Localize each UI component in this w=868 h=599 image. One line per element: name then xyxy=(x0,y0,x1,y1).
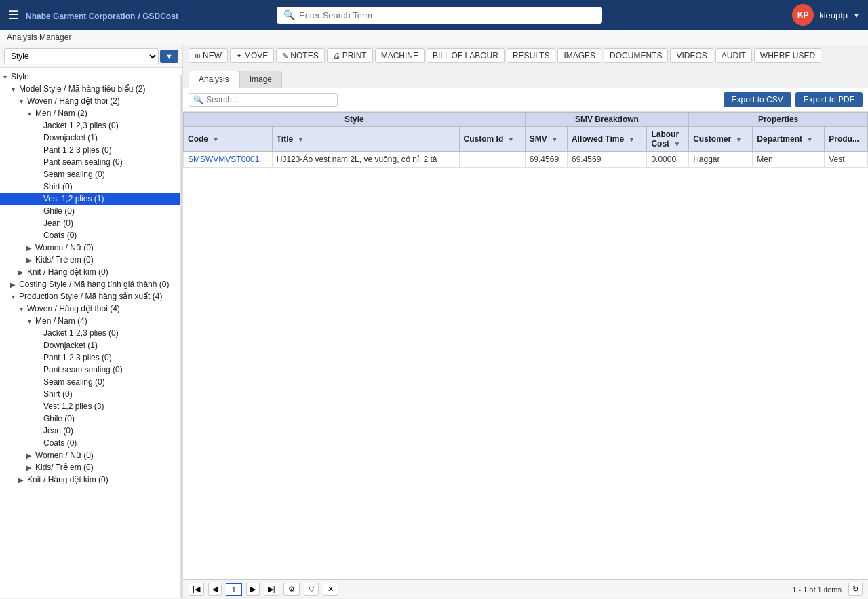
tree-toggle-icon[interactable]: ▶ xyxy=(24,244,34,252)
tree-node-label: Knit / Hàng dệt kim (0) xyxy=(26,475,108,484)
tree-toggle-icon[interactable]: ▶ xyxy=(24,464,34,471)
tab-image[interactable]: Image xyxy=(239,71,282,88)
tree-node-jacket-2[interactable]: Jacket 1,2,3 plies (0) xyxy=(0,327,182,339)
tree-node-jean-2[interactable]: Jean (0) xyxy=(0,425,182,437)
toolbar-btn-move[interactable]: ✦MOVE xyxy=(230,48,274,63)
tree-node-men-2[interactable]: ▾Men / Nam (4) xyxy=(0,315,182,327)
allowed-time-filter-icon[interactable]: ▼ xyxy=(628,136,635,143)
tree-node-seam-sealing-1[interactable]: Seam sealing (0) xyxy=(0,168,182,180)
toolbar-btn-documents[interactable]: DOCUMENTS xyxy=(604,48,668,63)
table-row[interactable]: SMSWVMVST0001HJ123-Áo vest nam 2L, ve vu… xyxy=(184,152,868,168)
current-page-number[interactable]: 1 xyxy=(226,583,242,596)
tree-node-vest-2[interactable]: Vest 1,2 plies (3) xyxy=(0,400,182,412)
tree-node-men-1[interactable]: ▾Men / Nam (2) xyxy=(0,107,182,119)
labour-cost-filter-icon[interactable]: ▼ xyxy=(673,140,680,148)
tree-toggle-icon[interactable]: ▶ xyxy=(8,281,18,288)
sidebar-dropdown-arrow[interactable]: ▼ xyxy=(160,50,178,63)
tree-node-style-root[interactable]: ▾Style xyxy=(0,71,182,83)
settings-button[interactable]: ⚙ xyxy=(283,583,300,596)
tab-label-image: Image xyxy=(250,75,272,84)
code-filter-icon[interactable]: ▼ xyxy=(212,136,219,143)
toolbar-btn-videos[interactable]: VIDEOS xyxy=(670,48,713,63)
table-search-input[interactable] xyxy=(206,95,333,104)
tree-node-shirt-1[interactable]: Shirt (0) xyxy=(0,180,182,193)
tree-node-kids-2[interactable]: ▶Kids/ Trẻ em (0) xyxy=(0,461,182,474)
tree-toggle-icon[interactable]: ▾ xyxy=(24,110,34,117)
toolbar-btn-label-new: NEW xyxy=(203,51,222,60)
tree-toggle-icon[interactable]: ▾ xyxy=(24,317,34,325)
tree-node-pant-seam-1[interactable]: Pant seam sealing (0) xyxy=(0,156,182,168)
prev-page-button[interactable]: ◀ xyxy=(208,583,222,596)
tree-node-production-style[interactable]: ▾Production Style / Mã hàng sản xuất (4) xyxy=(0,290,182,303)
toolbar-btn-where-used[interactable]: WHERE USED xyxy=(754,48,821,63)
tree-node-ghile-2[interactable]: Ghile (0) xyxy=(0,412,182,425)
tree-toggle-icon[interactable]: ▶ xyxy=(16,476,26,484)
tree-node-downjacket-2[interactable]: Downjacket (1) xyxy=(0,339,182,351)
tree-node-costing-style[interactable]: ▶Costing Style / Mã hàng tính giá thành … xyxy=(0,278,182,290)
tree-node-downjacket-1[interactable]: Downjacket (1) xyxy=(0,132,182,144)
notes-icon: ✎ xyxy=(282,52,288,60)
toolbar-btn-audit[interactable]: AUDIT xyxy=(715,48,752,63)
user-dropdown-arrow[interactable]: ▼ xyxy=(853,12,860,19)
tree-node-kids-1[interactable]: ▶Kids/ Trẻ em (0) xyxy=(0,254,182,266)
avatar: KP xyxy=(792,4,814,26)
toolbar-btn-print[interactable]: 🖨PRINT xyxy=(327,48,373,63)
tree-node-women-2[interactable]: ▶Women / Nữ (0) xyxy=(0,449,182,461)
tab-analysis[interactable]: Analysis xyxy=(189,71,239,88)
custom-id-filter-icon[interactable]: ▼ xyxy=(508,136,515,143)
cell-code[interactable]: SMSWVMVST0001 xyxy=(184,152,273,168)
tree-node-knit-2[interactable]: ▶Knit / Hàng dệt kim (0) xyxy=(0,474,182,486)
tree-node-label: Vest 1,2 plies (3) xyxy=(42,402,104,411)
department-filter-icon[interactable]: ▼ xyxy=(806,136,813,143)
tree-node-shirt-2[interactable]: Shirt (0) xyxy=(0,388,182,400)
tree-node-woven-1[interactable]: ▾Woven / Hàng dệt thoi (2) xyxy=(0,95,182,107)
customer-filter-icon[interactable]: ▼ xyxy=(736,136,743,143)
toolbar-btn-bill-of-labour[interactable]: BILL OF LABOUR xyxy=(427,48,505,63)
tree-node-woven-2[interactable]: ▾Woven / Hàng dệt thoi (4) xyxy=(0,303,182,315)
menu-icon[interactable]: ☰ xyxy=(8,7,19,22)
last-page-button[interactable]: ▶| xyxy=(264,583,279,596)
toolbar-btn-new[interactable]: ⊕NEW xyxy=(189,48,228,63)
tree-toggle-icon[interactable]: ▶ xyxy=(16,269,26,276)
export-pdf-button[interactable]: Export to PDF xyxy=(795,92,863,107)
tree-node-pant-seam-2[interactable]: Pant seam sealing (0) xyxy=(0,364,182,376)
tree-node-vest-1[interactable]: Vest 1,2 plies (1) xyxy=(0,193,182,205)
tree-node-pant-1[interactable]: Pant 1,2,3 plies (0) xyxy=(0,144,182,156)
toolbar-btn-results[interactable]: RESULTS xyxy=(507,48,555,63)
tree-toggle-icon[interactable]: ▾ xyxy=(8,293,18,301)
row-count-label: 1 - 1 of 1 items xyxy=(792,585,842,594)
tree-toggle-icon[interactable]: ▾ xyxy=(8,85,18,93)
tree-toggle-icon[interactable]: ▾ xyxy=(16,305,26,313)
app-title: Nhabe Garment Corporation / GSDCost xyxy=(26,9,178,21)
sidebar-resize-handle[interactable] xyxy=(180,75,182,598)
tree-toggle-icon[interactable]: ▶ xyxy=(24,256,34,264)
sidebar-type-select[interactable]: Style Costing Style Production Style xyxy=(4,48,159,64)
tree-node-coats-2[interactable]: Coats (0) xyxy=(0,437,182,449)
tree-node-seam-sealing-2[interactable]: Seam sealing (0) xyxy=(0,376,182,388)
export-csv-button[interactable]: Export to CSV xyxy=(724,92,791,107)
clear-filter-button[interactable]: ✕ xyxy=(323,583,338,596)
tree-toggle-icon[interactable]: ▾ xyxy=(0,73,9,81)
toolbar-btn-notes[interactable]: ✎NOTES xyxy=(276,48,324,63)
toolbar-btn-images[interactable]: IMAGES xyxy=(557,48,601,63)
first-page-button[interactable]: |◀ xyxy=(189,583,204,596)
tree-toggle-icon[interactable]: ▾ xyxy=(16,98,26,105)
tree-node-model-style[interactable]: ▾Model Style / Mã hàng tiêu biểu (2) xyxy=(0,83,182,95)
tree-node-knit-1[interactable]: ▶Knit / Hàng dệt kim (0) xyxy=(0,266,182,278)
tree-node-label: Women / Nữ (0) xyxy=(34,450,94,460)
tree-node-ghile-1[interactable]: Ghile (0) xyxy=(0,205,182,217)
tree-node-pant-2[interactable]: Pant 1,2,3 plies (0) xyxy=(0,351,182,364)
smv-filter-icon[interactable]: ▼ xyxy=(551,136,558,143)
global-search-input[interactable] xyxy=(299,7,595,24)
tree-node-women-1[interactable]: ▶Women / Nữ (0) xyxy=(0,241,182,254)
tree-node-jean-1[interactable]: Jean (0) xyxy=(0,217,182,229)
refresh-button[interactable]: ↻ xyxy=(848,583,863,596)
title-filter-icon[interactable]: ▼ xyxy=(298,136,304,143)
content-area: ⊕NEW✦MOVE✎NOTES🖨PRINTMACHINEBILL OF LABO… xyxy=(183,45,868,598)
tree-toggle-icon[interactable]: ▶ xyxy=(24,452,34,459)
filter-active-button[interactable]: ▽ xyxy=(304,583,319,596)
tree-node-jacket-1[interactable]: Jacket 1,2,3 plies (0) xyxy=(0,119,182,132)
next-page-button[interactable]: ▶ xyxy=(246,583,260,596)
toolbar-btn-machine[interactable]: MACHINE xyxy=(375,48,425,63)
tree-node-coats-1[interactable]: Coats (0) xyxy=(0,229,182,241)
